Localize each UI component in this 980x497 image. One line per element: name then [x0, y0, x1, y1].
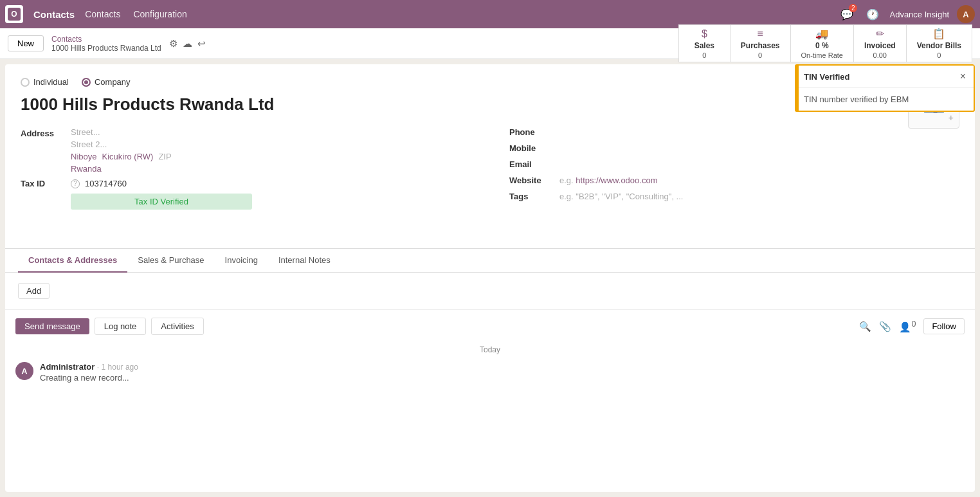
app-logo[interactable]: O — [5, 5, 23, 23]
activities-button[interactable]: Activities — [151, 318, 203, 335]
chatter-message: Creating a new record... — [40, 373, 965, 383]
chatter-right: 🔍 📎 👤0 Follow — [859, 318, 965, 334]
taxid-row: Tax ID ? 103714760 — [21, 179, 471, 188]
company-option[interactable]: Company — [82, 77, 131, 87]
email-row: Email — [509, 159, 959, 169]
purchases-icon: ≡ — [758, 28, 763, 40]
invoiced-button[interactable]: ✏ Invoiced 0.00 — [853, 24, 906, 62]
sales-icon: $ — [702, 28, 707, 40]
toolbar-icons: ⚙ ☁ ↩ — [169, 38, 206, 50]
new-button[interactable]: New — [8, 35, 44, 51]
sub-toolbar: New Contacts 1000 Hills Products Rwanda … — [0, 28, 980, 59]
nav-contacts[interactable]: Contacts — [85, 9, 120, 19]
taxid-label: Tax ID — [21, 179, 66, 188]
website-field[interactable]: e.g. https://www.odoo.com — [559, 176, 657, 185]
chatter-date: Today — [15, 345, 965, 354]
nav-left: O Contacts Contacts Configuration — [5, 5, 187, 23]
tab-content: Add — [5, 273, 975, 309]
tab-invoicing[interactable]: Invoicing — [215, 249, 268, 273]
tin-close-icon[interactable]: × — [960, 71, 966, 82]
taxid-help-icon[interactable]: ? — [71, 179, 80, 188]
truck-icon: 🚚 — [815, 28, 828, 40]
street-field[interactable]: Street... — [71, 127, 471, 137]
avatar[interactable]: A — [957, 5, 975, 23]
invoiced-icon: ✏ — [876, 28, 884, 40]
nav-configuration[interactable]: Configuration — [133, 9, 186, 19]
tin-accent-bar — [796, 66, 799, 111]
breadcrumb-parent[interactable]: Contacts — [51, 35, 161, 44]
message-badge: 2 — [849, 4, 858, 12]
undo-icon[interactable]: ↩ — [197, 38, 206, 50]
city-field[interactable]: Niboye — [71, 152, 96, 161]
address-label: Address — [21, 127, 66, 138]
district-field[interactable]: Kicukiro (RW) — [102, 152, 153, 161]
country-field[interactable]: Rwanda — [71, 164, 471, 174]
zip-field[interactable]: ZIP — [158, 152, 171, 161]
form-grid: Address Street... Street 2... Niboye Kic… — [21, 127, 959, 220]
individual-option[interactable]: Individual — [21, 77, 69, 87]
vendor-bills-button[interactable]: 📋 Vendor Bills 0 — [906, 24, 972, 62]
chatter: Send message Log note Activities 🔍 📎 👤0 … — [5, 309, 975, 390]
log-note-button[interactable]: Log note — [95, 318, 147, 335]
svg-text:O: O — [11, 10, 17, 19]
clock-icon[interactable]: 🕐 — [864, 5, 882, 23]
tabs-container: Contacts & Addresses Sales & Purchase In… — [5, 248, 975, 309]
tab-internal-notes[interactable]: Internal Notes — [268, 249, 341, 273]
tags-label: Tags — [509, 192, 554, 201]
cloud-icon[interactable]: ☁ — [183, 38, 192, 50]
tags-row: Tags e.g. "B2B", "VIP", "Consulting", ..… — [509, 192, 959, 201]
app-name: Contacts — [33, 9, 75, 20]
taxid-verified-bar: Tax ID Verified — [71, 194, 252, 210]
street2-field[interactable]: Street 2... — [71, 140, 471, 149]
main-content: TIN Verified × TIN number verified by EB… — [5, 64, 975, 492]
user-count-icon[interactable]: 👤0 — [899, 320, 916, 333]
breadcrumb: Contacts 1000 Hills Products Rwanda Ltd — [51, 35, 161, 53]
tab-contacts-addresses[interactable]: Contacts & Addresses — [18, 249, 127, 273]
tab-sales-purchase[interactable]: Sales & Purchase — [127, 249, 214, 273]
purchases-button[interactable]: ≡ Purchases 0 — [730, 24, 790, 62]
chatter-entry: A Administrator · 1 hour ago Creating a … — [15, 362, 965, 383]
tags-field[interactable]: e.g. "B2B", "VIP", "Consulting", ... — [559, 192, 683, 201]
settings-icon[interactable]: ⚙ — [169, 38, 177, 50]
company-label: Company — [95, 77, 131, 87]
send-message-button[interactable]: Send message — [15, 318, 89, 334]
address-fields: Street... Street 2... Niboye Kicukiro (R… — [71, 127, 471, 174]
right-section: Phone Mobile Email Website e.g. https://… — [509, 127, 959, 220]
sales-button[interactable]: $ Sales 0 — [678, 24, 730, 62]
follow-button[interactable]: Follow — [923, 318, 965, 334]
nav-right: 💬 2 🕐 Advance Insight A — [838, 5, 975, 23]
company-radio[interactable] — [82, 78, 91, 87]
user-name[interactable]: Advance Insight — [889, 10, 949, 19]
ontime-button[interactable]: 🚚 0 % On-time Rate — [790, 24, 853, 62]
website-label: Website — [509, 176, 554, 185]
add-button[interactable]: Add — [18, 283, 50, 299]
tin-popup-header: TIN Verified × — [796, 66, 974, 88]
vendor-icon: 📋 — [932, 28, 945, 40]
mobile-label: Mobile — [509, 143, 554, 153]
tin-popup-title: TIN Verified — [804, 72, 850, 82]
individual-radio[interactable] — [21, 78, 30, 87]
taxid-value[interactable]: 103714760 — [85, 179, 127, 188]
chatter-actions: Send message Log note Activities 🔍 📎 👤0 … — [15, 318, 965, 335]
breadcrumb-current: 1000 Hills Products Rwanda Ltd — [51, 44, 161, 53]
search-chatter-icon[interactable]: 🔍 — [859, 321, 871, 332]
chatter-time: · 1 hour ago — [97, 363, 138, 372]
tabs: Contacts & Addresses Sales & Purchase In… — [5, 249, 975, 273]
tin-popup: TIN Verified × TIN number verified by EB… — [795, 64, 975, 112]
chatter-text: Administrator · 1 hour ago Creating a ne… — [40, 362, 965, 383]
phone-row: Phone — [509, 127, 959, 137]
chatter-author: Administrator — [40, 362, 95, 372]
individual-label: Individual — [33, 77, 69, 87]
nav-menu: Contacts Configuration — [85, 9, 187, 19]
phone-label: Phone — [509, 127, 554, 137]
city-row: Niboye Kicukiro (RW) ZIP — [71, 152, 471, 161]
website-row: Website e.g. https://www.odoo.com — [509, 176, 959, 185]
attachment-icon[interactable]: 📎 — [879, 321, 891, 332]
address-row: Address Street... Street 2... Niboye Kic… — [21, 127, 471, 174]
mobile-row: Mobile — [509, 143, 959, 153]
tin-popup-body: TIN number verified by EBM — [796, 88, 974, 111]
left-section: Address Street... Street 2... Niboye Kic… — [21, 127, 471, 220]
email-label: Email — [509, 159, 554, 169]
action-buttons: $ Sales 0 ≡ Purchases 0 🚚 0 % On-time Ra… — [678, 24, 972, 62]
messages-icon[interactable]: 💬 2 — [838, 5, 856, 23]
